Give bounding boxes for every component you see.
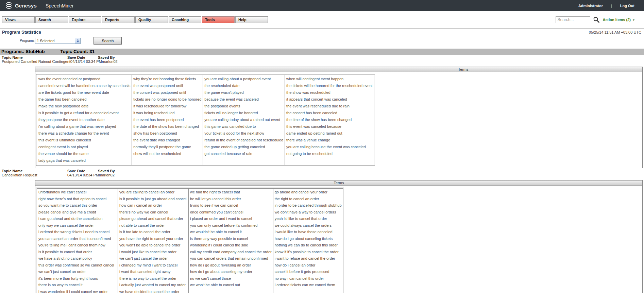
term-phrase: we can't just cancel an order [38,269,116,275]
term-phrase: how do i go about canceling my order [190,269,272,275]
term-phrase: refund in the event of canceled not resc… [204,137,283,143]
action-items-label: Action Items (2) [603,18,631,22]
term-phrase: yeah i'd like to cancel that order [275,216,342,222]
col-save-date: Save Date [67,169,98,173]
term-phrase: is it too late to cancel the order [119,229,187,236]
term-phrase: i can go ahead and do the cancellation [38,216,116,222]
term-phrase: i changed my mind i want to cancel [119,262,187,269]
term-phrase: the tickets will be honored for the resc… [286,82,373,89]
term-phrase: lady gaga that was canceled [38,157,130,164]
terms-column: was the event canceled or postponedcance… [37,75,132,165]
term-phrase: there was a schedule change for the even… [38,130,130,137]
results-header: Programs: StubHub Topic Count: 31 [0,49,644,55]
term-phrase: the game ended up getting canceled [204,143,283,150]
term-phrase: right now there's not that option to can… [38,196,116,203]
tab-views[interactable]: Views [2,16,35,23]
term-phrase: why they're not honoring these tickets [133,75,201,82]
tab-help[interactable]: Help [235,16,268,23]
topic-columns-header: Topic NameSave DateSaved By [2,169,644,173]
topic-name: Cancellation Request [2,173,67,177]
term-phrase: this order was confirmed so we cannot ca… [38,262,116,269]
topic-save-date: 04/13/14 03:34 PM [70,59,102,64]
brand-name: Genesys [15,3,37,8]
user-name: Administrator [578,4,603,8]
tab-explore[interactable]: Explore [69,16,101,23]
term-phrase: show will not be rescheduled [133,150,201,157]
programs-label: Programs [20,39,34,42]
programs-select-value: 1 Selected [35,39,75,43]
term-phrase: only way we can cancel the order [38,222,116,229]
term-phrase: are the tickets good for the new event d… [38,89,130,96]
term-phrase: make the new postponed date [38,103,130,109]
term-phrase: i placed an order and i want to cancel [190,216,272,222]
term-phrase: was the event canceled or postponed [38,75,130,82]
term-phrase: the event has been postponed [133,116,201,123]
term-phrase: you're telling me i can't cancel them no… [38,242,116,249]
col-topic-name: Topic Name [2,169,67,173]
terms-column: why they're not honoring these ticketsth… [132,75,203,165]
search-input[interactable] [556,16,590,23]
topic-columns-header: Topic NameSave DateSaved By [2,55,644,59]
term-phrase: you can cancel orders that remain unconf… [190,255,272,262]
term-phrase: got canceled because of rain [204,150,283,157]
topic-row: Cancellation Request04/13/14 03:34 PMmar… [2,173,644,177]
topic-saved-by: marlon02 [102,59,118,64]
divider: | [611,4,612,8]
term-phrase: the game has been canceled [38,96,130,103]
term-phrase: go ahead and cancel your order [275,189,342,196]
terms-header-bar: Terms [35,180,642,186]
term-phrase: the concert has been canceled [286,109,373,116]
terms-header-label: Terms [334,181,344,185]
term-phrase: the time of the show has been changed [286,116,373,123]
search-button[interactable]: Search [94,37,122,45]
term-phrase: no way i can cancel this order [275,275,342,282]
term-phrase: game ended up getting rained out [286,130,373,137]
term-phrase: is it possible to just go ahead and canc… [119,196,187,203]
term-phrase: nothing we can do to cancel this order [275,242,342,249]
term-phrase: i'm calling about a game that was never … [38,123,130,130]
term-phrase: canceled event will be handled on a case… [38,82,130,89]
term-phrase: you are calling because the event was ca… [286,143,373,150]
terms-column: we had the right to cancel thathe will l… [189,189,273,293]
topic-name: Postponed Cancelled Rainout Contingent [2,59,70,64]
term-phrase: we can't just cancel the order [119,255,187,262]
select-spinner-icon[interactable] [75,38,80,44]
term-phrase: how can i cancel an order [119,202,187,209]
chevron-down-icon: ▾ [633,18,634,22]
terms-header-bar: Terms [35,67,642,72]
term-phrase: you are calling today about a rained out… [204,116,283,123]
terms-column: unfortunately we can't cancelright now t… [37,189,118,293]
topic-count: Topic Count: 31 [60,49,95,54]
action-items-menu[interactable]: Action Items (2) ▾ [603,18,634,22]
topic-save-date: 04/13/14 03:34 PM [67,173,99,177]
term-phrase: is it possible to get a refund for a can… [38,109,130,116]
term-phrase: you won't be able to cancel the order [119,242,187,249]
tab-coaching[interactable]: Coaching [169,16,201,23]
col-save-date: Save Date [67,55,98,59]
terms-header-label: Terms [458,67,468,71]
tab-search[interactable]: Search [35,16,68,23]
term-phrase: the date of the show has been changed [133,123,201,130]
term-phrase: i was wondering if i could cancel my ord… [38,289,116,293]
term-phrase: once confirmed you can't cancel [190,209,272,216]
tab-tools[interactable]: Tools [202,16,235,23]
tab-reports[interactable]: Reports [102,16,135,23]
term-phrase: normally they'll postpone the game [133,143,201,150]
topic-row: Postponed Cancelled Rainout Contingent04… [2,59,644,64]
term-phrase: i ordered the wrong tickets i need to ca… [38,229,116,236]
page-title: Program Statistics [2,30,41,35]
logout-link[interactable]: Log Out [620,4,634,8]
filter-row: Programs 1 Selected Search [0,36,644,45]
terms-table: was the event canceled or postponedcance… [37,75,374,165]
terms-column: you are calling to cancel an orderis it … [118,189,189,293]
term-phrase: in order to be cancelled through stubhub [275,202,342,209]
term-phrase: you are calling about a postponed event [204,75,283,82]
term-phrase: not able to cancel the order [119,222,187,229]
term-phrase: we have decided to cancel the order [119,289,187,293]
term-phrase: there is no way to cancel the order [119,275,187,282]
term-phrase: he will let you cancel this order [190,196,272,203]
search-icon[interactable] [593,16,600,23]
tab-quality[interactable]: Quality [135,16,168,23]
programs-select[interactable]: 1 Selected [35,38,81,44]
term-phrase: cancel it before it gets processed [275,269,342,275]
